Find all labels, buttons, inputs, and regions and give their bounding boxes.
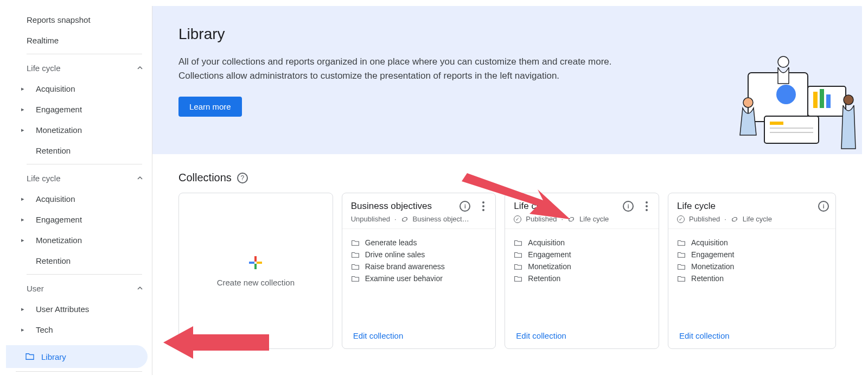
folder-icon xyxy=(351,251,360,258)
card-item: Drive online sales xyxy=(351,249,487,261)
info-icon[interactable]: i xyxy=(623,201,634,212)
collection-card-life-cycle-2: Life cycle ✓ Published · Life cycle i Ac… xyxy=(668,193,836,349)
folder-icon xyxy=(514,275,522,282)
published-icon: ✓ xyxy=(514,215,521,223)
card-title: Life cycle xyxy=(677,201,827,212)
card-item: Raise brand awareness xyxy=(351,261,487,272)
link-label: Life cycle xyxy=(579,215,609,223)
link-label: Business object… xyxy=(413,215,469,223)
card-item: Engagement xyxy=(514,249,650,261)
arrow-right-icon: ▸ xyxy=(21,106,24,113)
folder-icon xyxy=(25,353,35,360)
card-meta: Unpublished · Business object… xyxy=(351,215,487,223)
sidebar-item-user-attributes[interactable]: ▸User Attributes xyxy=(6,299,152,319)
folder-icon xyxy=(351,239,360,246)
status-label: Published xyxy=(526,215,557,223)
sidebar-item-retention-2[interactable]: Retention xyxy=(6,250,152,271)
more-icon[interactable] xyxy=(641,201,652,212)
sidebar-item-acquisition[interactable]: ▸Acquisition xyxy=(6,78,152,99)
card-item: Monetization xyxy=(677,261,827,272)
edit-collection-link[interactable]: Edit collection xyxy=(516,331,566,340)
svg-rect-7 xyxy=(770,122,783,125)
svg-point-1 xyxy=(776,85,796,104)
info-icon[interactable]: i xyxy=(459,201,470,212)
card-item: Generate leads xyxy=(351,237,487,249)
sidebar-item-realtime[interactable]: Realtime xyxy=(6,30,152,50)
sidebar-item-monetization[interactable]: ▸Monetization xyxy=(6,119,152,140)
card-item: Acquisition xyxy=(677,237,827,249)
sidebar-item-library[interactable]: Library xyxy=(6,345,148,368)
svg-rect-16 xyxy=(257,262,262,264)
arrow-right-icon: ▸ xyxy=(21,216,24,223)
card-item: Engagement xyxy=(677,249,827,261)
card-item: Retention xyxy=(677,272,827,284)
svg-rect-3 xyxy=(813,92,818,108)
folder-icon xyxy=(514,251,522,258)
svg-rect-15 xyxy=(249,262,254,264)
sidebar-item-reports-snapshot[interactable]: Reports snapshot xyxy=(6,9,152,30)
learn-more-button[interactable]: Learn more xyxy=(178,97,242,117)
section-label: Life cycle xyxy=(27,174,61,183)
sidebar-section-life-cycle-2[interactable]: Life cycle xyxy=(6,168,152,188)
folder-icon xyxy=(677,251,686,258)
card-meta: ✓ Published · Life cycle xyxy=(514,215,650,223)
svg-point-10 xyxy=(778,56,789,67)
status-label: Published xyxy=(689,215,720,223)
collections-section: Collections ? Create new collection xyxy=(152,154,862,366)
folder-icon xyxy=(514,263,522,270)
svg-rect-4 xyxy=(820,89,824,108)
create-collection-card[interactable]: Create new collection xyxy=(178,193,333,349)
sidebar-item-engagement[interactable]: ▸Engagement xyxy=(6,99,152,119)
collections-heading: Collections xyxy=(178,172,232,184)
section-label: Life cycle xyxy=(27,63,61,73)
sidebar: Reports snapshot Realtime Life cycle ▸Ac… xyxy=(6,6,152,375)
link-icon xyxy=(731,215,738,223)
edit-collection-link[interactable]: Edit collection xyxy=(353,331,404,340)
sidebar-section-user[interactable]: User xyxy=(6,278,152,299)
card-meta: ✓ Published · Life cycle xyxy=(677,215,827,223)
link-icon xyxy=(567,215,575,223)
collection-card-business-objectives: Business objectives Unpublished · Busine… xyxy=(342,193,496,349)
divider xyxy=(27,54,142,54)
svg-rect-5 xyxy=(826,94,831,108)
folder-icon xyxy=(677,239,686,246)
main-content: Library All of your collections and repo… xyxy=(152,6,862,375)
svg-rect-13 xyxy=(254,256,257,262)
folder-icon xyxy=(677,275,686,282)
divider xyxy=(16,371,142,372)
divider xyxy=(27,164,142,164)
arrow-right-icon: ▸ xyxy=(21,237,24,244)
hero-illustration xyxy=(732,40,862,154)
sidebar-section-life-cycle[interactable]: Life cycle xyxy=(6,58,152,78)
create-collection-label: Create new collection xyxy=(217,278,295,287)
sidebar-item-engagement-2[interactable]: ▸Engagement xyxy=(6,209,152,230)
hero-banner: Library All of your collections and repo… xyxy=(152,6,862,154)
card-item: Examine user behavior xyxy=(351,272,487,284)
svg-point-12 xyxy=(844,95,853,105)
section-label: User xyxy=(27,284,44,293)
card-item: Retention xyxy=(514,272,650,284)
sidebar-item-monetization-2[interactable]: ▸Monetization xyxy=(6,230,152,250)
edit-collection-link[interactable]: Edit collection xyxy=(679,331,730,340)
arrow-right-icon: ▸ xyxy=(21,326,24,333)
chevron-up-icon xyxy=(137,175,143,181)
info-icon[interactable]: i xyxy=(818,201,829,212)
collections-grid: Create new collection Business objective… xyxy=(178,193,836,349)
card-item: Acquisition xyxy=(514,237,650,249)
link-icon xyxy=(401,215,409,223)
sidebar-item-retention[interactable]: Retention xyxy=(6,140,152,161)
more-icon[interactable] xyxy=(478,201,489,212)
help-icon[interactable]: ? xyxy=(237,173,248,183)
arrow-right-icon: ▸ xyxy=(21,85,24,92)
arrow-right-icon: ▸ xyxy=(21,195,24,202)
arrow-right-icon: ▸ xyxy=(21,126,24,134)
svg-rect-14 xyxy=(254,264,257,269)
folder-icon xyxy=(677,263,686,270)
folder-icon xyxy=(351,275,360,282)
sidebar-item-acquisition-2[interactable]: ▸Acquisition xyxy=(6,188,152,209)
plus-icon xyxy=(248,255,263,270)
sidebar-item-tech[interactable]: ▸Tech xyxy=(6,319,152,340)
arrow-right-icon: ▸ xyxy=(21,306,24,313)
svg-point-11 xyxy=(743,98,753,107)
chevron-up-icon xyxy=(137,285,143,291)
